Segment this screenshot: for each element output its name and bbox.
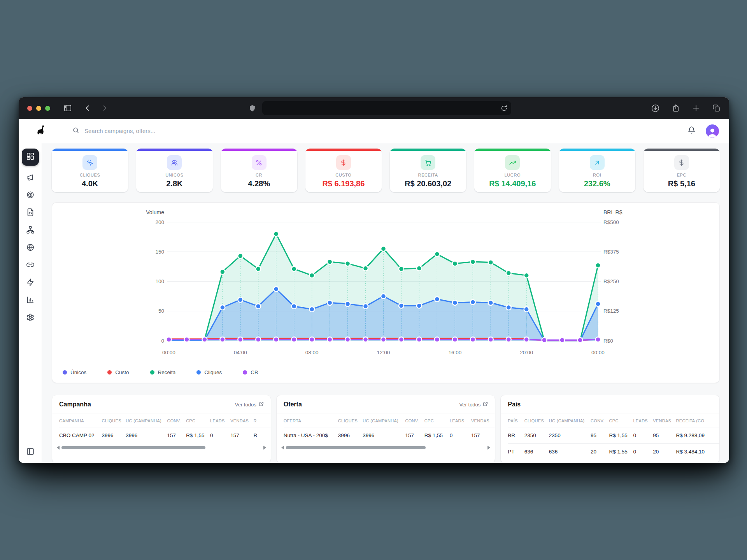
legend-item-cliques[interactable]: Cliques: [196, 369, 222, 375]
logo-dog-icon: [35, 124, 46, 138]
right-axis-tick: R$0: [603, 338, 613, 344]
column-header: LEADS: [210, 413, 230, 427]
view-all-link[interactable]: Ver todos: [235, 401, 264, 408]
left-axis-tick: 200: [155, 219, 164, 225]
scrollbar-track[interactable]: [61, 446, 261, 449]
kpi-value: R$ 5,16: [644, 179, 720, 188]
kpi-label: ÚNICOS: [136, 173, 212, 177]
search-input[interactable]: Search campaigns, offers...: [62, 119, 687, 143]
globe-icon: [26, 243, 35, 253]
sidebar-item-dashboard[interactable]: [22, 149, 39, 166]
search-icon: [72, 127, 79, 135]
zap-icon: [26, 278, 35, 288]
table-title: Oferta: [284, 401, 302, 408]
kpi-accent-bar: [644, 149, 720, 151]
scroll-left-arrow[interactable]: [57, 446, 60, 450]
share-button[interactable]: [672, 104, 680, 112]
sidebar-item-target[interactable]: [26, 191, 35, 201]
new-tab-button[interactable]: [692, 104, 700, 112]
table-cell: 157: [230, 427, 253, 444]
dollar-icon: [674, 155, 689, 170]
scrollbar-thumb[interactable]: [286, 446, 426, 449]
legend-item-receita[interactable]: Receita: [150, 369, 176, 375]
back-button[interactable]: [84, 104, 91, 112]
user-avatar[interactable]: [706, 124, 719, 138]
users-icon: [167, 155, 182, 170]
legend-label: Custo: [115, 369, 129, 375]
left-axis-title: Volume: [146, 209, 164, 215]
privacy-shield-icon[interactable]: [249, 104, 256, 112]
reload-icon[interactable]: [501, 105, 507, 112]
scroll-right-arrow[interactable]: [487, 446, 490, 450]
app-logo[interactable]: [19, 119, 62, 143]
column-header: CPC: [186, 413, 210, 427]
close-window-button[interactable]: [27, 106, 32, 111]
sidebar-item-globe[interactable]: [26, 243, 35, 253]
table-cell: R: [254, 427, 271, 444]
sidebar-item-link[interactable]: [26, 261, 35, 271]
column-header: UC (CAMPANHA): [549, 413, 591, 427]
table-cell: 20: [653, 444, 676, 460]
scroll-left-arrow[interactable]: [281, 446, 284, 450]
table-cell: 0: [450, 427, 471, 444]
legend-label: Cliques: [204, 369, 222, 375]
sidebar-collapse-button[interactable]: [26, 447, 35, 457]
scroll-right-arrow[interactable]: [263, 446, 266, 450]
column-header: CPC: [609, 413, 633, 427]
view-all-link[interactable]: Ver todos: [459, 401, 488, 408]
tab-overview-button[interactable]: [712, 104, 721, 112]
sidebar-item-network[interactable]: [26, 226, 35, 236]
table-cell: 20: [591, 444, 609, 460]
file-code-icon: [26, 208, 35, 218]
legend-label: Únicos: [70, 369, 86, 375]
downloads-button[interactable]: [651, 104, 660, 113]
kpi-card-roi: ROI232.6%: [559, 149, 635, 192]
table-cell: PT: [508, 444, 524, 460]
kpi-value: R$ 20.603,02: [390, 179, 466, 188]
legend-item-custo[interactable]: Custo: [107, 369, 129, 375]
column-header: UC (CAMPANHA): [363, 413, 405, 427]
column-header: CLIQUES: [524, 413, 549, 427]
column-header: CAMPANHA: [59, 413, 102, 427]
sidebar-item-megaphone[interactable]: [26, 173, 35, 183]
table-cell: 0: [210, 427, 230, 444]
sidebar-item-file-code[interactable]: [26, 208, 35, 218]
kpi-value: R$ 6.193,86: [305, 179, 382, 188]
kpi-cards-row: CLIQUES4.0KÚNICOS2.8KCR4.28%CUSTOR$ 6.19…: [52, 149, 720, 192]
external-link-icon: [259, 401, 264, 408]
table-row: CBO CAMP 0239963996157R$ 1,550157R: [59, 427, 271, 444]
main-content: CLIQUES4.0KÚNICOS2.8KCR4.28%CUSTOR$ 6.19…: [42, 143, 729, 463]
data-table: CAMPANHACLIQUESUC (CAMPANHA)CONV.CPCLEAD…: [59, 413, 271, 443]
notifications-bell-icon[interactable]: [687, 126, 696, 136]
legend-item-cr[interactable]: CR: [243, 369, 258, 375]
scrollbar-thumb[interactable]: [61, 446, 205, 449]
legend-swatch: [63, 370, 67, 374]
x-axis-tick: 00:00: [591, 350, 605, 355]
horizontal-scrollbar[interactable]: [57, 444, 266, 451]
sidebar-item-bar-chart[interactable]: [26, 296, 35, 306]
column-header: VENDAS: [230, 413, 253, 427]
data-table: PAÍSCLIQUESUC (CAMPANHA)CONV.CPCLEADSVEN…: [508, 413, 719, 460]
table-cell: 0: [633, 427, 653, 444]
table-cell: 3996: [126, 427, 167, 444]
scrollbar-track[interactable]: [286, 446, 486, 449]
x-axis-tick: 00:00: [162, 350, 175, 355]
panel-left-icon: [26, 450, 35, 457]
address-bar[interactable]: [262, 101, 511, 115]
dollar-icon: [336, 155, 351, 170]
sidebar-item-gear[interactable]: [26, 313, 35, 323]
sidebar-item-zap[interactable]: [26, 278, 35, 288]
minimize-window-button[interactable]: [36, 106, 41, 111]
horizontal-scrollbar[interactable]: [281, 444, 491, 451]
maximize-window-button[interactable]: [45, 106, 50, 111]
traffic-chart-card: 200R$500150R$375100R$25050R$1250R$0Volum…: [52, 202, 720, 383]
network-icon: [26, 226, 35, 236]
x-axis-tick: 12:00: [377, 350, 390, 355]
right-axis-tick: R$375: [603, 249, 619, 255]
app-topbar: Search campaigns, offers...: [19, 119, 729, 143]
table-row: PT63663620R$ 1,55020R$ 3.484,10: [508, 444, 719, 460]
sidebar-toggle-icon[interactable]: [63, 104, 72, 112]
forward-button[interactable]: [101, 104, 109, 112]
column-header: CONV.: [591, 413, 609, 427]
legend-item-únicos[interactable]: Únicos: [63, 369, 86, 375]
